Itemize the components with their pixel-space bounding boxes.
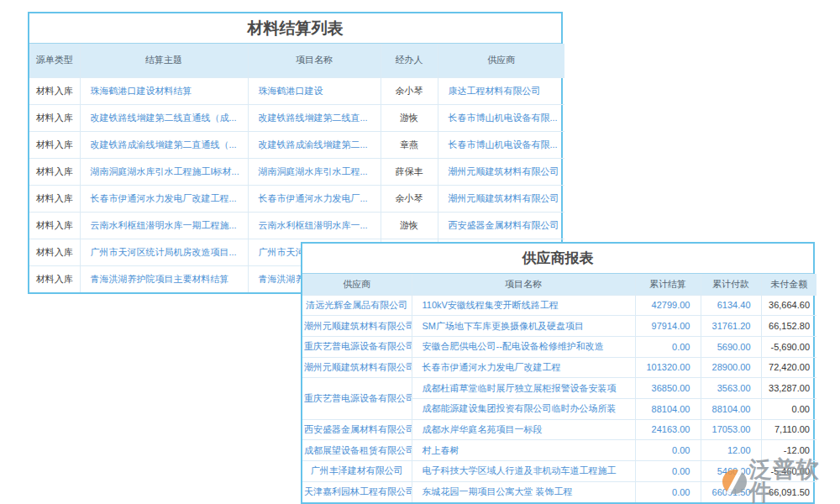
cell-source-type: 材料入库	[29, 239, 80, 265]
cell-paid-amount[interactable]: 3563.00	[701, 378, 761, 399]
cell-handler: 余小琴	[381, 185, 438, 212]
cell-supplier-link[interactable]: 长春市博山机电设备有限...	[438, 131, 564, 158]
cell-project-link[interactable]: 成都水岸华庭名苑项目一标段	[412, 419, 635, 440]
table-row: 材料入库 云南水利枢纽潜明水库一期工程施... 云南水利枢纽潜明水库一... 游…	[29, 212, 564, 239]
cell-handler: 余小琴	[381, 77, 438, 104]
cell-paid-amount[interactable]: 5690.00	[701, 336, 761, 357]
cell-project-link[interactable]: 村上春树	[412, 440, 635, 461]
table-row: 材料入库 改建铁路成渝线增建第二直通线（... 改建铁路成渝线增建第二... 章…	[29, 131, 564, 158]
cell-settled-amount[interactable]: 101320.00	[635, 357, 701, 378]
cell-project-link[interactable]: 成都杜甫草堂临时展厅独立展柜报警设备安装项	[412, 378, 635, 399]
supplier-report-title: 供应商报表	[302, 244, 813, 274]
cell-supplier-link[interactable]: 重庆艺普电源设备有限公司	[302, 336, 412, 357]
cell-unpaid-amount: 33,287.00	[761, 378, 816, 399]
cell-settled-amount[interactable]: 0.00	[635, 440, 701, 461]
cell-settled-amount[interactable]: 42799.00	[635, 295, 701, 316]
table-row: 材料入库 长春市伊通河水力发电厂改建工程... 长春市伊通河水力发电厂... 余…	[29, 185, 564, 212]
col-header-handler: 经办人	[381, 44, 438, 77]
table-row: 西安盛器金属材料有限公司 成都水岸华庭名苑项目一标段 24163.00 1705…	[302, 419, 816, 440]
cell-source-type: 材料入库	[29, 77, 80, 104]
cell-handler: 游恢	[381, 212, 438, 239]
cell-project-link[interactable]: SM广场地下车库更换摄像机及硬盘项目	[412, 316, 635, 337]
cell-supplier-link[interactable]: 西安盛器金属材料有限公司	[302, 419, 412, 440]
cell-settled-amount[interactable]: 97914.00	[635, 316, 701, 337]
cell-handler: 章燕	[381, 131, 438, 158]
cell-supplier-link[interactable]: 潮州元顺建筑材料有限公司	[438, 158, 564, 185]
cell-project-link[interactable]: 电子科技大学区域人行道及非机动车道工程施工	[412, 461, 635, 482]
cell-subject-link[interactable]: 云南水利枢纽潜明水库一期工程施...	[80, 212, 248, 239]
cell-supplier-link[interactable]: 广州丰泽建材有限公司	[302, 461, 412, 482]
cell-project-link[interactable]: 成都能源建设集团投资有限公司临时办公场所装	[412, 398, 635, 419]
cell-paid-amount[interactable]: 31761.20	[701, 316, 761, 337]
col-header-project: 项目名称	[248, 44, 381, 77]
cell-unpaid-amount: -5,690.00	[761, 336, 816, 357]
table-row: 重庆艺普电源设备有限公司 安徽合肥供电公司--配电设备检修维护和改造 0.00 …	[302, 336, 816, 357]
cell-subject-link[interactable]: 长春市伊通河水力发电厂改建工程...	[80, 185, 248, 212]
cell-unpaid-amount: -66,091.50	[761, 481, 816, 502]
cell-unpaid-amount: 7,110.00	[761, 419, 816, 440]
cell-project-link[interactable]: 长春市伊通河水力发电厂...	[248, 185, 381, 212]
cell-project-link[interactable]: 改建铁路成渝线增建第二...	[248, 131, 381, 158]
cell-project-link[interactable]: 改建铁路线增建第二线直...	[248, 104, 381, 131]
cell-supplier-link[interactable]: 清远光辉金属品有限公司	[302, 295, 412, 316]
cell-subject-link[interactable]: 改建铁路线增建第二线直通线（成...	[80, 104, 248, 131]
cell-project-link[interactable]: 云南水利枢纽潜明水库一...	[248, 212, 381, 239]
cell-project-link[interactable]: 珠海鹤港口建设	[248, 77, 381, 104]
table-row: 材料入库 珠海鹤港口建设材料结算 珠海鹤港口建设 余小琴 康达工程材料有限公司	[29, 77, 564, 104]
cell-paid-amount[interactable]: 5460.00	[701, 461, 761, 482]
cell-supplier-link[interactable]: 康达工程材料有限公司	[438, 77, 564, 104]
col-header-unpaid: 未付金额	[761, 274, 816, 295]
cell-settled-amount[interactable]: 36850.00	[635, 378, 701, 399]
cell-supplier-link[interactable]: 潮州元顺建筑材料有限公司	[302, 357, 412, 378]
cell-project-link[interactable]: 110kV安徽线程集变开断线路工程	[412, 295, 635, 316]
cell-paid-amount[interactable]: 88104.00	[701, 398, 761, 419]
cell-settled-amount[interactable]: 24163.00	[635, 419, 701, 440]
cell-paid-amount[interactable]: 12.00	[701, 440, 761, 461]
table-row: 成都展望设备租赁有限公司 村上春树 0.00 12.00 -12.00	[302, 440, 816, 461]
cell-settled-amount[interactable]: 0.00	[635, 336, 701, 357]
cell-paid-amount[interactable]: 66091.50	[701, 481, 761, 502]
col-header-supplier: 供应商	[302, 274, 412, 295]
cell-project-link[interactable]: 湖南洞庭湖水库引水工程...	[248, 158, 381, 185]
table-row: 潮州元顺建筑材料有限公司 SM广场地下车库更换摄像机及硬盘项目 97914.00…	[302, 316, 816, 337]
cell-project-link[interactable]: 东城花园一期项目公寓大堂 装饰工程	[412, 481, 635, 502]
table-row: 重庆艺普电源设备有限公司 成都杜甫草堂临时展厅独立展柜报警设备安装项 36850…	[302, 378, 816, 399]
cell-paid-amount[interactable]: 17053.00	[701, 419, 761, 440]
cell-supplier-link[interactable]: 长春市博山机电设备有限...	[438, 104, 564, 131]
cell-handler: 游恢	[381, 104, 438, 131]
table-row: 材料入库 湖南洞庭湖水库引水工程施工I标材... 湖南洞庭湖水库引水工程... …	[29, 158, 564, 185]
cell-source-type: 材料入库	[29, 158, 80, 185]
cell-supplier-link[interactable]: 重庆艺普电源设备有限公司	[302, 378, 412, 419]
cell-subject-link[interactable]: 改建铁路成渝线增建第二直通线（...	[80, 131, 248, 158]
cell-subject-link[interactable]: 广州市天河区统计局机房改造项目...	[80, 239, 248, 265]
cell-supplier-link[interactable]: 天津嘉利园林工程有限公司	[302, 481, 412, 502]
cell-settled-amount[interactable]: 88104.00	[635, 398, 701, 419]
col-header-paid: 累计付款	[701, 274, 761, 295]
cell-unpaid-amount: 0.00	[761, 398, 816, 419]
col-header-subject: 结算主题	[80, 44, 248, 77]
cell-subject-link[interactable]: 珠海鹤港口建设材料结算	[80, 77, 248, 104]
table-row: 潮州元顺建筑材料有限公司 长春市伊通河水力发电厂改建工程 101320.00 2…	[302, 357, 816, 378]
cell-source-type: 材料入库	[29, 212, 80, 239]
cell-subject-link[interactable]: 青海洪湖养护院项目主要材料结算	[80, 265, 248, 292]
table-row: 天津嘉利园林工程有限公司 东城花园一期项目公寓大堂 装饰工程 0.00 6609…	[302, 481, 816, 502]
cell-supplier-link[interactable]: 潮州元顺建筑材料有限公司	[302, 316, 412, 337]
cell-paid-amount[interactable]: 28900.00	[701, 357, 761, 378]
cell-supplier-link[interactable]: 西安盛器金属材料有限公司	[438, 212, 564, 239]
cell-settled-amount[interactable]: 0.00	[635, 461, 701, 482]
col-header-project: 项目名称	[412, 274, 635, 295]
cell-project-link[interactable]: 安徽合肥供电公司--配电设备检修维护和改造	[412, 336, 635, 357]
col-header-source-type: 源单类型	[29, 44, 80, 77]
cell-supplier-link[interactable]: 成都展望设备租赁有限公司	[302, 440, 412, 461]
cell-source-type: 材料入库	[29, 265, 80, 292]
table-row: 清远光辉金属品有限公司 110kV安徽线程集变开断线路工程 42799.00 6…	[302, 295, 816, 316]
cell-unpaid-amount: 72,420.00	[761, 357, 816, 378]
cell-supplier-link[interactable]: 潮州元顺建筑材料有限公司	[438, 185, 564, 212]
supplier-header-row: 供应商 项目名称 累计结算 累计付款 未付金额	[302, 274, 816, 295]
table-row: 材料入库 改建铁路线增建第二线直通线（成... 改建铁路线增建第二线直... 游…	[29, 104, 564, 131]
cell-subject-link[interactable]: 湖南洞庭湖水库引水工程施工I标材...	[80, 158, 248, 185]
cell-settled-amount[interactable]: 0.00	[635, 481, 701, 502]
cell-paid-amount[interactable]: 6134.40	[701, 295, 761, 316]
settlement-header-row: 源单类型 结算主题 项目名称 经办人 供应商	[29, 44, 564, 77]
cell-project-link[interactable]: 长春市伊通河水力发电厂改建工程	[412, 357, 635, 378]
